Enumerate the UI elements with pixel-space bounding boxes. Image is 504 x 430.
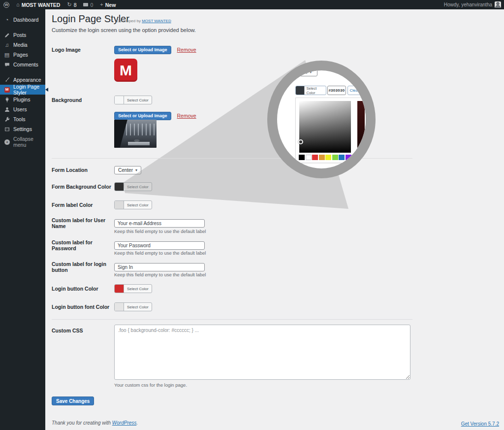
background-color-swatch xyxy=(115,96,124,104)
comment-count: 0 xyxy=(90,2,93,8)
admin-sidebar: ◔ Dashboard Posts ♫ Media ▤ Pages Commen… xyxy=(0,9,45,430)
sidebar-item-tools[interactable]: Tools xyxy=(0,114,45,124)
updates-menu[interactable]: ↻ 8 xyxy=(63,0,80,9)
magnified-color-swatch xyxy=(296,86,305,95)
sidebar-item-media[interactable]: ♫ Media xyxy=(0,40,45,50)
logo-preview-image: M xyxy=(114,59,137,82)
login-button-label: Custom label for login button xyxy=(52,261,114,273)
sidebar-item-plugins[interactable]: Plugins xyxy=(0,95,45,104)
form-label-color-row: Form label Color Select Color xyxy=(52,200,152,209)
username-label-input[interactable] xyxy=(114,219,205,228)
users-icon xyxy=(4,107,10,112)
posts-icon xyxy=(4,33,10,38)
background-remove-link[interactable]: Remove xyxy=(177,113,196,119)
palette-swatch[interactable] xyxy=(339,155,345,160)
logo-upload-button[interactable]: Select or Upload Image xyxy=(114,46,171,54)
sidebar-item-comments[interactable]: Comments xyxy=(0,60,45,69)
form-location-row: Form Location Center ▾ xyxy=(52,165,141,174)
password-label: Custom label for Password xyxy=(52,239,114,251)
magnifier-ring: nter ▾ Select Color #303030 Clear xyxy=(267,61,376,178)
hue-shade-strip[interactable] xyxy=(357,101,365,156)
wordpress-logo-icon: W xyxy=(3,2,9,8)
color-palette xyxy=(299,155,351,160)
form-location-label: Form Location xyxy=(52,167,114,173)
comments-menu[interactable]: 0 xyxy=(80,0,96,9)
magnified-form-location-select: nter ▾ xyxy=(296,68,317,76)
admin-bar: W ⌂ MOST WANTED ↻ 8 0 + New Howdy, yehan… xyxy=(0,0,504,9)
form-label-color-swatch xyxy=(115,201,124,209)
account-menu[interactable]: Howdy, yehanvirantha xyxy=(444,0,501,9)
login-button-font-color-button[interactable]: Select Color xyxy=(114,302,152,311)
chevron-down-icon: ▾ xyxy=(310,70,312,74)
custom-css-helper-text: Your custom css for the login page. xyxy=(114,382,187,388)
login-button-font-color-label: Login button font Color xyxy=(52,304,114,310)
login-button-color-button[interactable]: Select Color xyxy=(114,284,152,293)
logo-remove-link[interactable]: Remove xyxy=(177,47,196,53)
sidebar-item-appearance[interactable]: Appearance xyxy=(0,75,45,85)
palette-swatch[interactable] xyxy=(332,155,338,160)
saturation-value-gradient[interactable] xyxy=(299,101,351,153)
pages-icon: ▤ xyxy=(4,52,10,58)
palette-swatch[interactable] xyxy=(312,155,318,160)
site-name-menu[interactable]: ⌂ MOST WANTED xyxy=(13,0,63,9)
password-label-input[interactable] xyxy=(114,241,205,250)
plus-icon: + xyxy=(100,2,103,7)
sidebar-item-collapse-menu[interactable]: ◂ Collapse menu xyxy=(0,137,45,147)
new-label: New xyxy=(105,2,116,8)
background-color-button[interactable]: Select Color xyxy=(114,96,152,104)
tools-icon xyxy=(4,117,10,122)
settings-icon xyxy=(4,127,10,132)
sidebar-item-dashboard[interactable]: ◔ Dashboard xyxy=(0,15,45,25)
save-changes-button[interactable]: Save Changes xyxy=(52,397,94,405)
palette-swatch[interactable] xyxy=(319,155,325,160)
update-count: 8 xyxy=(74,2,77,8)
custom-css-label: Custom CSS xyxy=(52,325,114,333)
footer-thanks: Thank you for creating with WordPress. xyxy=(52,420,138,426)
background-upload-button[interactable]: Select or Upload Image xyxy=(114,112,171,120)
background-color-row: Background Select Color xyxy=(52,96,152,104)
wordpress-admin-screen: W ⌂ MOST WANTED ↻ 8 0 + New Howdy, yehan… xyxy=(0,0,504,430)
chevron-down-icon: ▾ xyxy=(135,168,137,172)
login-button-label-input[interactable] xyxy=(114,263,205,271)
sidebar-item-users[interactable]: Users xyxy=(0,104,45,114)
get-version-link[interactable]: Get Version 5.7.2 xyxy=(461,421,499,427)
appearance-icon xyxy=(4,77,10,83)
sidebar-item-settings[interactable]: Settings xyxy=(0,124,45,134)
gradient-handle[interactable] xyxy=(298,139,303,144)
palette-swatch[interactable] xyxy=(299,155,305,160)
new-content-menu[interactable]: + New xyxy=(96,0,119,9)
update-icon: ↻ xyxy=(67,2,71,7)
login-button-font-color-swatch xyxy=(115,303,124,311)
background-upload-row: Select or Upload Image Remove xyxy=(52,111,196,120)
collapse-icon: ◂ xyxy=(4,139,10,145)
username-helper-text: Keep this field empty to use the default… xyxy=(114,229,206,234)
strip-handle[interactable] xyxy=(355,155,367,160)
sidebar-item-login-page-styler[interactable]: M Login Page Styler xyxy=(0,85,45,95)
magnified-select-color-button[interactable]: Select Color xyxy=(295,86,326,95)
password-helper-text: Keep this field empty to use the default… xyxy=(114,250,206,256)
home-icon: ⌂ xyxy=(16,2,20,7)
magnified-clear-button[interactable]: Clear xyxy=(347,86,361,95)
wordpress-link[interactable]: WordPress xyxy=(112,420,136,426)
wp-logo-menu[interactable]: W xyxy=(0,0,13,9)
logo-image-row: Logo Image Select or Upload Image Remove xyxy=(52,45,196,54)
palette-swatch[interactable] xyxy=(325,155,331,160)
section-divider xyxy=(52,319,412,320)
palette-swatch[interactable] xyxy=(346,155,351,160)
sidebar-item-pages[interactable]: ▤ Pages xyxy=(0,50,45,60)
magnified-hex-input[interactable]: #303030 xyxy=(327,86,346,95)
login-button-font-color-row: Login button font Color Select Color xyxy=(52,302,152,311)
palette-swatch[interactable] xyxy=(306,155,312,160)
developer-link[interactable]: MOST WANTED xyxy=(142,19,171,23)
plugins-icon xyxy=(4,97,10,102)
password-label-row: Custom label for Password xyxy=(52,241,205,250)
dashboard-icon: ◔ xyxy=(4,17,10,23)
developed-by: Developed by MOST WANTED xyxy=(117,19,171,23)
form-bg-color-swatch xyxy=(115,183,124,191)
username-label-row: Custom label for User Name xyxy=(52,219,205,228)
custom-css-textarea[interactable] xyxy=(114,325,410,380)
form-location-select[interactable]: Center ▾ xyxy=(114,166,141,174)
form-label-color-button[interactable]: Select Color xyxy=(114,200,152,209)
sidebar-item-posts[interactable]: Posts xyxy=(0,30,45,40)
login-button-label-row: Custom label for login button xyxy=(52,263,205,271)
